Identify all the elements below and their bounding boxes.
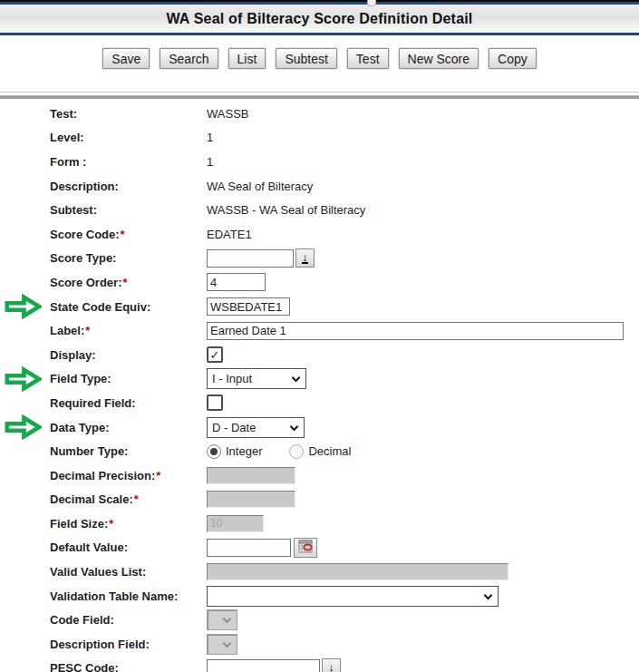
state-code-equiv-control [207, 297, 290, 316]
title-bar: WA Seal of Bilteracy Score Definition De… [0, 5, 639, 35]
pointer-arrow-icon [5, 294, 42, 319]
dropdown-arrow-icon: ↓ [328, 662, 334, 672]
select-chevron-icon [289, 421, 299, 434]
test-label: Test: [50, 107, 207, 121]
form-row-valid-values-list: Valid Values List: [0, 560, 639, 584]
form-row-description-field: Description Field: [0, 632, 639, 657]
form-row-form: Form :1 [0, 150, 639, 174]
description-value: WA Seal of Bilteracy [207, 180, 313, 193]
score-order-input[interactable] [207, 273, 266, 291]
field-type-selected-value: I - Input [212, 372, 252, 385]
pointer-arrow-icon [5, 414, 42, 440]
save-button[interactable]: Save [102, 48, 150, 69]
score-type-control: ↓ [207, 248, 315, 268]
field-type-select[interactable]: I - Input [207, 368, 306, 389]
search-button[interactable]: Search [160, 48, 218, 69]
display-label: Display: [50, 348, 207, 362]
field-size-input [207, 515, 264, 532]
field-type-control: I - Input [207, 368, 306, 389]
validation-table-name-select[interactable] [207, 586, 499, 607]
decimal-scale-input [207, 491, 295, 508]
form-row-test: Test:WASSB [0, 102, 639, 126]
required-field-checkbox[interactable] [207, 394, 223, 411]
form-row-field-type: Field Type:I - Input [0, 367, 639, 392]
form-value: 1 [207, 155, 213, 169]
number-type-label: Number Type: [50, 444, 207, 458]
number-type-radio-decimal[interactable] [289, 444, 304, 459]
description-label: Description: [50, 180, 207, 193]
copy-button[interactable]: Copy [489, 48, 537, 69]
form-rows: Test:WASSBLevel:1Form :1Description:WA S… [0, 99, 639, 672]
default-value-control [207, 538, 317, 558]
page-title: WA Seal of Bilteracy Score Definition De… [166, 11, 472, 27]
level-control: 1 [207, 131, 213, 144]
data-type-selected-value: D - Date [212, 421, 256, 434]
default-value-label: Default Value: [50, 541, 207, 554]
form-row-display: Display:✓ [0, 343, 639, 367]
score-code-label: Score Code:* [50, 228, 207, 241]
field-size-label: Field Size:* [50, 517, 207, 531]
data-type-select[interactable]: D - Date [207, 417, 305, 438]
pesc-code-input[interactable] [207, 659, 320, 672]
decimal-precision-control [207, 467, 295, 484]
dropdown-arrow-icon: ↓ [302, 252, 308, 264]
list-button[interactable]: List [228, 48, 266, 69]
score-type-label: Score Type: [50, 251, 207, 265]
label-control [207, 322, 624, 340]
form-row-label: Label:* [0, 318, 639, 343]
required-asterisk: * [122, 276, 127, 289]
number-type-control: IntegerDecimal [207, 444, 378, 459]
form-row-description: Description:WA Seal of Bilteracy [0, 174, 639, 199]
test-button[interactable]: Test [347, 48, 389, 69]
form-row-default-value: Default Value: [0, 536, 639, 560]
form-row-required-field: Required Field: [0, 391, 639, 415]
form-label: Form : [50, 155, 207, 169]
data-type-control: D - Date [207, 417, 305, 438]
description-field-select [207, 634, 237, 655]
select-chevron-icon [222, 613, 232, 627]
description-field-label: Description Field: [50, 638, 207, 651]
form-row-pesc-code: PESC Code:↓ [0, 657, 639, 672]
required-field-control [207, 394, 223, 411]
display-control: ✓ [207, 346, 223, 363]
score-order-label: Score Order:* [50, 276, 207, 289]
code-field-select [207, 609, 237, 630]
default-value-input[interactable] [207, 539, 291, 557]
valid-values-list-control [207, 563, 508, 580]
subtest-label: Subtest: [50, 203, 207, 217]
subtest-control: WASSB - WA Seal of Bilteracy [207, 203, 365, 217]
score-type-dropdown-button[interactable]: ↓ [295, 248, 315, 268]
new-score-button[interactable]: New Score [399, 48, 479, 69]
select-chevron-icon [483, 589, 493, 603]
field-size-control [207, 515, 264, 532]
label-input[interactable] [207, 322, 624, 340]
required-asterisk: * [109, 517, 113, 531]
display-checkbox[interactable]: ✓ [207, 346, 223, 363]
form-row-field-size: Field Size:* [0, 511, 639, 536]
field-type-label: Field Type: [50, 372, 207, 385]
number-type-radio-integer[interactable] [207, 444, 221, 459]
pesc-code-dropdown-button[interactable]: ↓ [322, 658, 341, 672]
form-row-subtest: Subtest:WASSB - WA Seal of Bilteracy [0, 198, 639, 222]
pesc-code-control: ↓ [207, 658, 341, 672]
label-label: Label:* [50, 324, 207, 337]
test-control: WASSB [207, 107, 248, 121]
state-code-equiv-label: State Code Equiv: [50, 300, 207, 314]
form-row-score-type: Score Type:↓ [0, 247, 639, 271]
calendar-button[interactable] [294, 538, 317, 558]
subtest-button[interactable]: Subtest [276, 48, 336, 69]
code-field-label: Code Field: [50, 613, 207, 627]
valid-values-list-input [207, 563, 508, 580]
decimal-scale-control [207, 491, 295, 508]
state-code-equiv-input[interactable] [207, 297, 290, 316]
calendar-icon [298, 540, 313, 556]
valid-values-list-label: Valid Values List: [50, 565, 207, 579]
test-value: WASSB [207, 107, 248, 121]
score-code-value: EDATE1 [207, 228, 252, 241]
form-row-code-field: Code Field: [0, 608, 639, 632]
form-row-score-code: Score Code:*EDATE1 [0, 222, 639, 247]
toolbar: Save Search List Subtest Test New Score … [0, 35, 639, 92]
score-type-input[interactable] [207, 249, 294, 268]
required-asterisk: * [85, 324, 90, 337]
form-row-decimal-precision: Decimal Precision:* [0, 463, 639, 488]
